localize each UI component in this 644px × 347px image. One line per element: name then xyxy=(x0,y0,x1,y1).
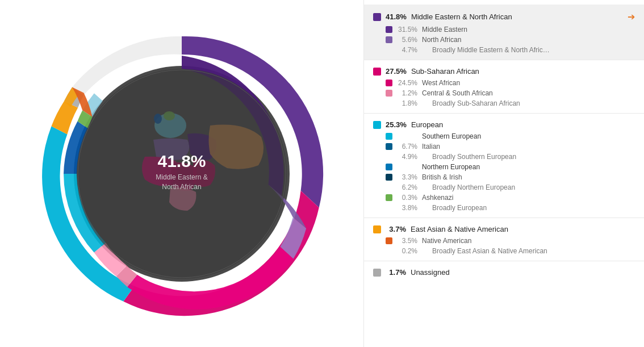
sub-row-central-south-african: 1.2% Central & South African xyxy=(373,88,635,98)
lbl-ashkenazi: Ashkenazi xyxy=(422,194,453,202)
pct-broadly-eana: 0.2% xyxy=(397,247,417,255)
color-west-african xyxy=(386,80,392,86)
sub-row-west-african: 24.5% West African xyxy=(373,78,635,88)
color-italian xyxy=(386,143,392,150)
percent-ssa: 27.5% xyxy=(386,67,407,76)
lbl-middle-eastern: Middle Eastern xyxy=(422,26,467,34)
sub-row-broadly-european: 3.8% Broadly European xyxy=(373,203,635,213)
pct-british-irish: 3.3% xyxy=(397,173,417,181)
color-box-european xyxy=(373,121,381,129)
color-box-eana xyxy=(373,225,381,233)
svg-text:North African: North African xyxy=(162,183,201,191)
legend-main-row-european[interactable]: 25.3% European xyxy=(373,118,635,131)
color-southern-eu xyxy=(386,133,392,140)
arrow-me-na[interactable]: ➔ xyxy=(628,11,635,22)
label-eana: East Asian & Native American xyxy=(411,225,635,233)
lbl-southern-european: Southern European xyxy=(422,132,481,140)
legend-main-row-me-na[interactable]: 41.8% Middle Eastern & North African ➔ xyxy=(373,9,635,24)
pct-native-american: 3.5% xyxy=(397,237,417,245)
percent-eana: 3.7% xyxy=(386,225,406,233)
pct-broadly-northern-eu: 6.2% xyxy=(397,183,417,191)
legend-group-me-na: 41.8% Middle Eastern & North African ➔ 3… xyxy=(364,5,644,60)
label-ssa: Sub-Saharan African xyxy=(411,67,635,76)
pct-central-south: 1.2% xyxy=(397,89,417,97)
sub-row-italian: 6.7% Italian xyxy=(373,141,635,152)
donut-chart[interactable]: 41.8% Middle Eastern & North African xyxy=(23,15,341,333)
color-box-me-na xyxy=(373,13,381,21)
color-central-south xyxy=(386,90,392,97)
pct-broadly-me-na: 4.7% xyxy=(397,46,417,54)
lbl-west-african: West African xyxy=(422,79,460,87)
pct-ashkenazi: 0.3% xyxy=(397,194,417,202)
pct-italian: 6.7% xyxy=(397,143,417,150)
sub-row-northern-european-header: Northern European xyxy=(373,162,635,172)
label-european: European xyxy=(411,120,635,129)
lbl-italian: Italian xyxy=(422,143,440,150)
percent-unassigned: 1.7% xyxy=(386,268,406,277)
sub-row-ashkenazi: 0.3% Ashkenazi xyxy=(373,193,635,203)
color-box-unassigned xyxy=(373,269,381,277)
sub-row-broadly-northern-eu: 6.2% Broadly Northern European xyxy=(373,182,635,193)
sub-row-southern-european-header: Southern European xyxy=(373,131,635,141)
legend-group-european: 25.3% European Southern European 6.7% It… xyxy=(364,114,644,218)
lbl-broadly-ssa: Broadly Sub-Saharan African xyxy=(422,99,520,107)
color-northern-eu xyxy=(386,164,392,170)
svg-text:41.8%: 41.8% xyxy=(157,152,206,170)
pct-broadly-european: 3.8% xyxy=(397,204,417,212)
legend-main-row-eana[interactable]: 3.7% East Asian & Native American xyxy=(373,223,635,236)
sub-row-broadly-me-na: 4.7% Broadly Middle Eastern & North Afri… xyxy=(373,45,635,55)
legend-group-ssa: 27.5% Sub-Saharan African 24.5% West Afr… xyxy=(364,60,644,114)
pct-west-african: 24.5% xyxy=(397,79,417,87)
svg-text:Middle Eastern &: Middle Eastern & xyxy=(156,173,207,181)
sub-row-british-irish: 3.3% British & Irish xyxy=(373,172,635,182)
pct-broadly-southern-eu: 4.9% xyxy=(397,153,417,161)
legend-group-unassigned: 1.7% Unassigned xyxy=(364,261,644,283)
pct-north-african: 5.6% xyxy=(397,36,417,44)
color-ashkenazi xyxy=(386,194,392,201)
pct-middle-eastern: 31.5% xyxy=(397,26,417,34)
color-british-irish xyxy=(386,174,392,181)
lbl-broadly-european: Broadly European xyxy=(422,204,487,212)
legend-group-eana: 3.7% East Asian & Native American 3.5% N… xyxy=(364,218,644,261)
legend-main-row-ssa[interactable]: 27.5% Sub-Saharan African xyxy=(373,65,635,78)
lbl-broadly-southern-eu: Broadly Southern European xyxy=(422,153,516,161)
legend-area: 41.8% Middle Eastern & North African ➔ 3… xyxy=(363,0,644,347)
percent-european: 25.3% xyxy=(386,120,407,129)
percent-me-na: 41.8% xyxy=(386,12,407,21)
sub-row-broadly-eana: 0.2% Broadly East Asian & Native America… xyxy=(373,246,635,256)
color-box-ssa xyxy=(373,68,381,76)
lbl-central-south: Central & South African xyxy=(422,89,493,97)
lbl-broadly-me-na: Broadly Middle Eastern & North Afric… xyxy=(422,46,550,54)
color-north-african xyxy=(386,36,392,43)
lbl-british-irish: British & Irish xyxy=(422,173,462,181)
color-middle-eastern xyxy=(386,26,392,33)
color-native-american xyxy=(386,237,392,244)
legend-main-row-unassigned[interactable]: 1.7% Unassigned xyxy=(373,266,635,279)
lbl-native-american: Native American xyxy=(422,237,471,245)
sub-row-native-american: 3.5% Native American xyxy=(373,236,635,246)
sub-row-broadly-southern-eu: 4.9% Broadly Southern European xyxy=(373,152,635,162)
lbl-broadly-eana: Broadly East Asian & Native American xyxy=(422,247,547,255)
lbl-broadly-northern-eu: Broadly Northern European xyxy=(422,183,515,191)
label-unassigned: Unassigned xyxy=(411,268,635,277)
label-me-na: Middle Eastern & North African xyxy=(411,12,623,21)
sub-row-middle-eastern: 31.5% Middle Eastern xyxy=(373,24,635,35)
pct-broadly-ssa: 1.8% xyxy=(397,99,417,107)
chart-area: 41.8% Middle Eastern & North African xyxy=(0,0,363,347)
sub-row-broadly-ssa: 1.8% Broadly Sub-Saharan African xyxy=(373,98,635,108)
lbl-north-african: North African xyxy=(422,36,461,44)
lbl-northern-european: Northern European xyxy=(422,163,480,171)
sub-row-north-african: 5.6% North African xyxy=(373,35,635,45)
